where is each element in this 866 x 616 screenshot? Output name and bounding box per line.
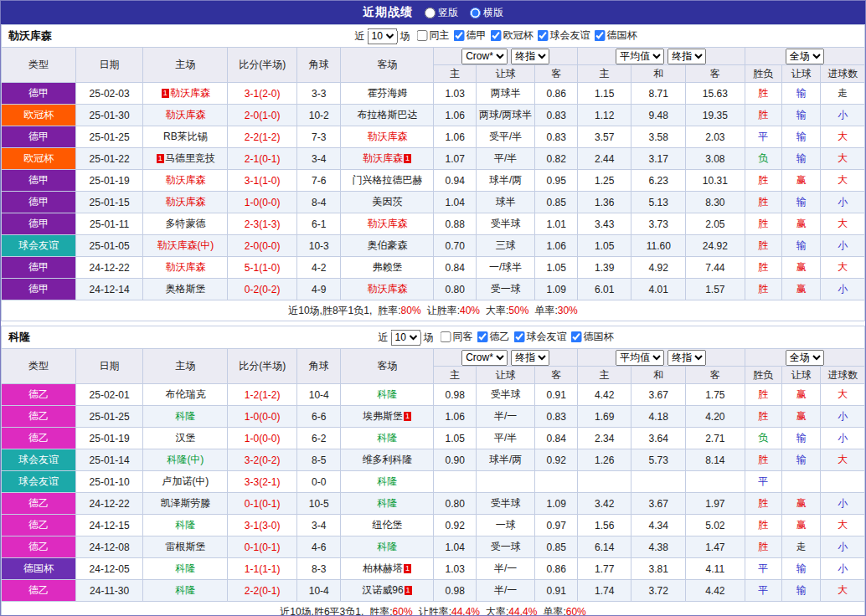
odds-stage-select[interactable]: 终指	[511, 49, 549, 64]
filter-checkbox-球会友谊[interactable]: 球会友谊	[538, 28, 590, 43]
recent-count-select[interactable]: 10	[368, 28, 398, 44]
score-cell[interactable]: 3-1(1-0)	[228, 170, 297, 192]
score-cell[interactable]: 2-0(0-0)	[228, 235, 297, 257]
score-cell[interactable]: 2-2(1-2)	[228, 126, 297, 148]
away-team-cell[interactable]: 维多利科隆	[341, 449, 434, 471]
recent-count-select[interactable]: 10	[391, 330, 421, 346]
home-team-cell[interactable]: 雷根斯堡	[143, 536, 228, 558]
home-team-cell[interactable]: 奥格斯堡	[143, 279, 228, 300]
home-team-cell[interactable]: 凯泽斯劳滕	[143, 493, 228, 515]
home-team-cell[interactable]: 1马德里竞技	[143, 148, 228, 170]
away-team-cell[interactable]: 纽伦堡	[341, 515, 434, 536]
checkbox-input[interactable]	[491, 30, 502, 41]
away-team-cell[interactable]: 门兴格拉德巴赫	[341, 170, 434, 192]
layout-option-vertical[interactable]: 竖版	[425, 6, 458, 20]
score-cell[interactable]: 2-3(1-3)	[228, 213, 297, 235]
checkbox-input[interactable]	[595, 30, 606, 41]
away-team-cell[interactable]: 奥伯豪森	[341, 235, 434, 257]
score-cell[interactable]: 3-1(2-0)	[228, 83, 297, 105]
filter-checkbox-德乙[interactable]: 德乙	[477, 330, 510, 344]
home-team-cell[interactable]: 卢加诺(中)	[143, 471, 228, 493]
checkbox-input[interactable]	[477, 331, 488, 342]
away-team-cell[interactable]: 霍芬海姆	[341, 83, 434, 105]
filter-checkbox-同主[interactable]: 同主	[417, 28, 450, 43]
score-cell[interactable]: 1-2(1-2)	[228, 384, 297, 406]
filter-checkbox-德国杯[interactable]: 德国杯	[595, 28, 637, 43]
away-team-cell[interactable]: 勒沃库森	[341, 213, 434, 235]
home-team-cell[interactable]: 多特蒙德	[143, 213, 228, 235]
filter-checkbox-同客[interactable]: 同客	[441, 330, 473, 344]
radio-horizontal-input[interactable]	[470, 8, 481, 18]
score-cell[interactable]: 0-2(0-2)	[228, 279, 297, 300]
team-name: 勒沃库森	[367, 131, 407, 142]
odds-company-select[interactable]: Crow*	[461, 49, 508, 64]
home-team-cell[interactable]: 科隆	[143, 580, 228, 602]
score-cell[interactable]: 3-2(0-2)	[228, 449, 297, 471]
checkbox-input[interactable]	[514, 331, 525, 342]
home-team-cell[interactable]: 勒沃库森	[143, 192, 228, 213]
score-cell[interactable]: 2-2(0-1)	[228, 580, 297, 602]
score-cell[interactable]: 0-1(0-1)	[228, 536, 297, 558]
odds-away: 0.95	[535, 170, 577, 192]
home-team-cell[interactable]: 布伦瑞克	[143, 384, 228, 406]
home-team-cell[interactable]: RB莱比锡	[143, 126, 228, 148]
score-cell[interactable]: 2-0(1-0)	[228, 105, 297, 126]
odds-stage-select[interactable]: 终指	[511, 350, 549, 366]
home-team-cell[interactable]: 勒沃库森	[143, 170, 228, 192]
checkbox-input[interactable]	[454, 30, 465, 41]
avg-type-select[interactable]: 平均值	[616, 49, 664, 64]
score-cell[interactable]: 1-0(0-0)	[228, 406, 297, 428]
match-scope-select[interactable]: 全场	[786, 350, 824, 366]
filter-checkbox-德甲[interactable]: 德甲	[454, 28, 487, 43]
odds-home: 1.04	[434, 192, 476, 213]
away-team-cell[interactable]: 科隆	[341, 536, 434, 558]
home-team-cell[interactable]: 勒沃库森	[143, 105, 228, 126]
score-cell[interactable]: 2-1(0-1)	[228, 148, 297, 170]
score-cell[interactable]: 5-1(1-0)	[228, 257, 297, 279]
home-team-cell[interactable]: 勒沃库森(中)	[143, 235, 228, 257]
away-team-cell[interactable]: 勒沃库森	[341, 126, 434, 148]
away-team-cell[interactable]: 勒沃库森1	[341, 148, 434, 170]
layout-option-horizontal[interactable]: 横版	[470, 6, 503, 20]
checkbox-input[interactable]	[417, 30, 428, 41]
home-team-cell[interactable]: 科隆	[143, 515, 228, 536]
team-title[interactable]: 科隆	[8, 330, 30, 345]
away-team-cell[interactable]: 布拉格斯巴达	[341, 105, 434, 126]
filter-checkbox-球会友谊[interactable]: 球会友谊	[514, 330, 567, 344]
score-cell[interactable]: 1-1(1-1)	[228, 558, 297, 580]
away-team-cell[interactable]: 弗赖堡	[341, 257, 434, 279]
score-cell[interactable]: 1-0(0-0)	[228, 428, 297, 449]
home-team-cell[interactable]: 科隆(中)	[143, 449, 228, 471]
away-team-cell[interactable]: 科隆	[341, 384, 434, 406]
avg-stage-select[interactable]: 终指	[668, 49, 706, 64]
checkbox-input[interactable]	[538, 30, 549, 41]
radio-vertical-input[interactable]	[425, 8, 436, 18]
avg-type-select[interactable]: 平均值	[616, 350, 664, 366]
score-cell[interactable]: 3-3(2-1)	[228, 471, 297, 493]
away-team-cell[interactable]: 汉诺威961	[341, 580, 434, 602]
checkbox-input[interactable]	[441, 331, 451, 342]
odds-company-select[interactable]: Crow*	[461, 350, 508, 366]
filter-checkbox-欧冠杯[interactable]: 欧冠杯	[491, 28, 534, 43]
match-scope-select[interactable]: 全场	[786, 49, 824, 64]
away-team-cell[interactable]: 科隆	[341, 471, 434, 493]
score-cell[interactable]: 3-1(3-0)	[228, 515, 297, 536]
away-team-cell[interactable]: 美因茨	[341, 192, 434, 213]
red-card-badge: 1	[162, 89, 169, 98]
score-cell[interactable]: 0-1(0-1)	[228, 493, 297, 515]
home-team-cell[interactable]: 科隆	[143, 406, 228, 428]
away-team-cell[interactable]: 勒沃库森	[341, 279, 434, 300]
checkbox-input[interactable]	[571, 331, 582, 342]
score-cell[interactable]: 1-0(0-0)	[228, 192, 297, 213]
home-team-cell[interactable]: 勒沃库森	[143, 257, 228, 279]
team-title[interactable]: 勒沃库森	[8, 28, 52, 44]
home-team-cell[interactable]: 科隆	[143, 558, 228, 580]
away-team-cell[interactable]: 科隆	[341, 428, 434, 449]
away-team-cell[interactable]: 柏林赫塔1	[341, 558, 434, 580]
away-team-cell[interactable]: 科隆	[341, 493, 434, 515]
home-team-cell[interactable]: 1勒沃库森	[143, 83, 228, 105]
home-team-cell[interactable]: 汉堡	[143, 428, 228, 449]
filter-checkbox-德国杯[interactable]: 德国杯	[571, 330, 614, 344]
avg-stage-select[interactable]: 终指	[668, 350, 706, 366]
away-team-cell[interactable]: 埃弗斯堡1	[341, 406, 434, 428]
